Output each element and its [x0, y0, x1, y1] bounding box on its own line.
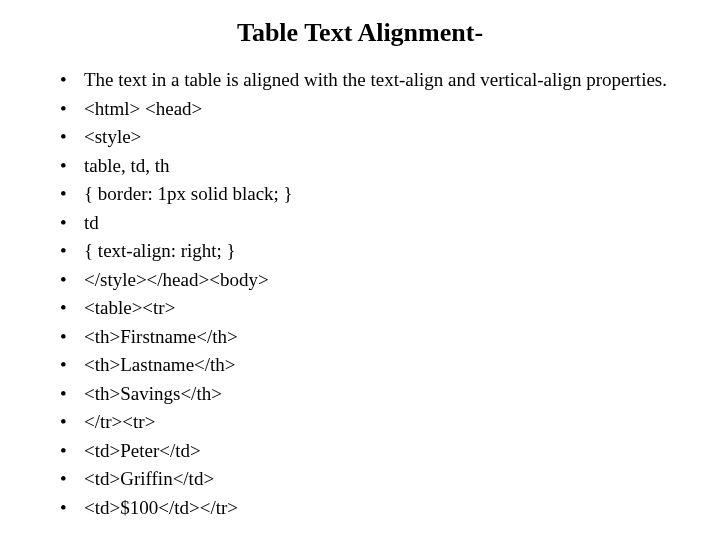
slide-title: Table Text Alignment-	[40, 18, 680, 48]
list-item: <th>Firstname</th>	[60, 323, 680, 352]
list-item: <th>Savings</th>	[60, 380, 680, 409]
list-item: { text-align: right; }	[60, 237, 680, 266]
list-item: The text in a table is aligned with the …	[60, 66, 680, 95]
list-item: <th>Lastname</th>	[60, 351, 680, 380]
list-item: <td>Peter</td>	[60, 437, 680, 466]
bullet-list: The text in a table is aligned with the …	[40, 66, 680, 522]
list-item: <html> <head>	[60, 95, 680, 124]
list-item: td	[60, 209, 680, 238]
list-item: <table><tr>	[60, 294, 680, 323]
list-item: <style>	[60, 123, 680, 152]
list-item: <td>Griffin</td>	[60, 465, 680, 494]
list-item: </tr><tr>	[60, 408, 680, 437]
list-item: <td>$100</td></tr>	[60, 494, 680, 523]
list-item: table, td, th	[60, 152, 680, 181]
list-item: { border: 1px solid black; }	[60, 180, 680, 209]
list-item: </style></head><body>	[60, 266, 680, 295]
